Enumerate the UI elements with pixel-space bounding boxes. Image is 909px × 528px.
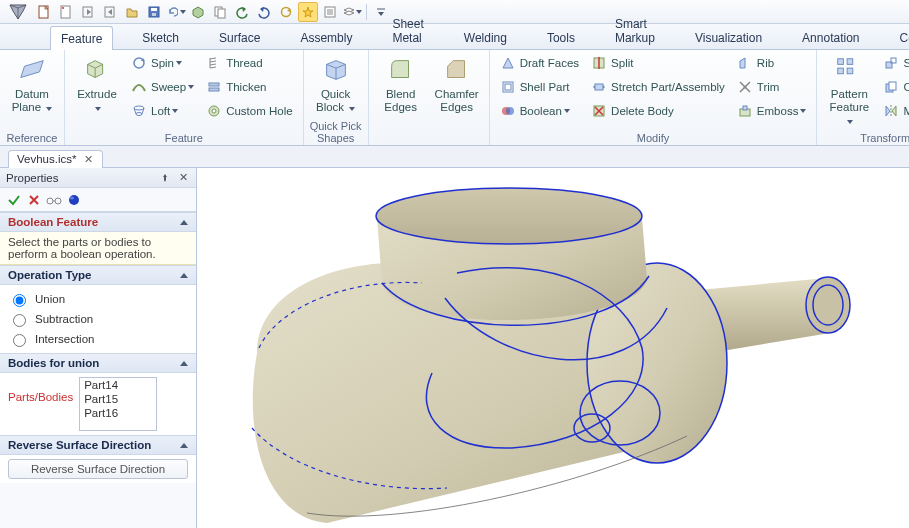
boolean-button[interactable]: Boolean bbox=[496, 100, 583, 122]
ribbon-group-edges: BlendEdgesChamferEdges bbox=[369, 50, 490, 145]
mirror-icon bbox=[883, 103, 899, 119]
pin-icon[interactable] bbox=[158, 171, 172, 185]
list-item[interactable]: Part16 bbox=[80, 406, 156, 420]
properties-panel: Properties ✕ Boolean Feature Select the … bbox=[0, 168, 197, 528]
chamfer-edges-button[interactable]: ChamferEdges bbox=[431, 52, 483, 116]
extrude-button[interactable]: Extrude bbox=[71, 52, 123, 116]
radio-union[interactable]: Union bbox=[8, 289, 188, 309]
thread-button[interactable]: Thread bbox=[202, 52, 296, 74]
sweep-button[interactable]: Sweep bbox=[127, 76, 198, 98]
tab-sheet-metal[interactable]: Sheet Metal bbox=[381, 11, 434, 49]
split-button[interactable]: Split bbox=[587, 52, 729, 74]
pattern-feature-icon bbox=[833, 54, 865, 86]
draft-faces-icon bbox=[500, 55, 516, 71]
tab-tools[interactable]: Tools bbox=[536, 25, 586, 49]
qat-import-icon[interactable] bbox=[100, 2, 120, 22]
qat-save-icon[interactable] bbox=[144, 2, 164, 22]
draft-faces-button[interactable]: Draft Faces bbox=[496, 52, 583, 74]
app-icon bbox=[4, 2, 32, 22]
qat-new2-icon[interactable] bbox=[56, 2, 76, 22]
tab-welding[interactable]: Welding bbox=[453, 25, 518, 49]
radio-input[interactable] bbox=[13, 294, 26, 307]
tab-feature[interactable]: Feature bbox=[50, 26, 113, 50]
tab-surface[interactable]: Surface bbox=[208, 25, 271, 49]
tab-assembly[interactable]: Assembly bbox=[289, 25, 363, 49]
close-panel-icon[interactable]: ✕ bbox=[176, 171, 190, 185]
qat-new-icon[interactable] bbox=[34, 2, 54, 22]
sphere-icon[interactable] bbox=[66, 192, 82, 208]
feature-name-section[interactable]: Boolean Feature bbox=[0, 212, 196, 232]
reverse-label: Reverse Surface Direction bbox=[8, 439, 151, 451]
datum-plane-icon bbox=[16, 54, 48, 86]
pattern-feature-button[interactable]: PatternFeature bbox=[823, 52, 875, 129]
svg-rect-37 bbox=[848, 59, 854, 65]
delete-body-icon bbox=[591, 103, 607, 119]
collapse-icon bbox=[180, 273, 188, 278]
reverse-surface-button[interactable]: Reverse Surface Direction bbox=[8, 459, 188, 479]
viewport-3d[interactable] bbox=[197, 168, 909, 528]
radio-subtraction[interactable]: Subtraction bbox=[8, 309, 188, 329]
document-tab-label: Vevhus.ics* bbox=[17, 153, 76, 165]
parts-bodies-list[interactable]: Part14Part15Part16 bbox=[79, 377, 157, 431]
loft-button[interactable]: Loft bbox=[127, 100, 198, 122]
collapse-icon bbox=[180, 443, 188, 448]
list-item[interactable]: Part15 bbox=[80, 392, 156, 406]
qat-redo-icon[interactable] bbox=[254, 2, 274, 22]
reverse-section[interactable]: Reverse Surface Direction bbox=[0, 435, 196, 455]
split-icon bbox=[591, 55, 607, 71]
operation-type-label: Operation Type bbox=[8, 269, 92, 281]
extrude-icon bbox=[81, 54, 113, 86]
emboss-button[interactable]: Emboss bbox=[733, 100, 811, 122]
scale-body-icon bbox=[883, 55, 899, 71]
scale-body-button[interactable]: Scale B bbox=[879, 52, 909, 74]
qat-object-icon[interactable] bbox=[188, 2, 208, 22]
qat-undo-icon[interactable] bbox=[232, 2, 252, 22]
ribbon-group-quick-pick-shapes: QuickBlock Quick Pick Shapes bbox=[304, 50, 369, 145]
custom-hole-button[interactable]: Custom Hole bbox=[202, 100, 296, 122]
ok-icon[interactable] bbox=[6, 192, 22, 208]
svg-point-49 bbox=[70, 196, 74, 199]
svg-point-17 bbox=[134, 106, 144, 110]
thicken-button[interactable]: Thicken bbox=[202, 76, 296, 98]
panel-toolbar bbox=[0, 188, 196, 212]
group-label: Reference bbox=[6, 131, 58, 144]
custom-hole-icon bbox=[206, 103, 222, 119]
document-tab[interactable]: Vevhus.ics* ✕ bbox=[8, 150, 103, 168]
svg-point-48 bbox=[69, 195, 79, 205]
copy-body-button[interactable]: Copy B bbox=[879, 76, 909, 98]
blend-edges-button[interactable]: BlendEdges bbox=[375, 52, 427, 116]
operation-type-section[interactable]: Operation Type bbox=[0, 265, 196, 285]
glasses-icon[interactable] bbox=[46, 192, 62, 208]
svg-point-2 bbox=[62, 7, 64, 9]
close-icon[interactable]: ✕ bbox=[82, 153, 94, 165]
bodies-section[interactable]: Bodies for union bbox=[0, 353, 196, 373]
quick-block-button[interactable]: QuickBlock bbox=[310, 52, 362, 116]
tab-annotation[interactable]: Annotation bbox=[791, 25, 870, 49]
qat-export-icon[interactable] bbox=[78, 2, 98, 22]
trim-button[interactable]: Trim bbox=[733, 76, 811, 98]
rib-button[interactable]: Rib bbox=[733, 52, 811, 74]
datum-plane-button[interactable]: DatumPlane bbox=[6, 52, 58, 116]
radio-input[interactable] bbox=[13, 314, 26, 327]
spin-button[interactable]: Spin bbox=[127, 52, 198, 74]
shell-part-button[interactable]: Shell Part bbox=[496, 76, 583, 98]
qat-layers-icon[interactable] bbox=[342, 2, 362, 22]
qat-copy-icon[interactable] bbox=[210, 2, 230, 22]
radio-intersection[interactable]: Intersection bbox=[8, 329, 188, 349]
ribbon: DatumPlane ReferenceExtrude SpinSweepLof… bbox=[0, 50, 909, 146]
qat-list-icon[interactable] bbox=[320, 2, 340, 22]
tab-smart-markup[interactable]: Smart Markup bbox=[604, 11, 666, 49]
qat-highlight-icon[interactable] bbox=[298, 2, 318, 22]
qat-undo-menu-icon[interactable] bbox=[166, 2, 186, 22]
tab-visualization[interactable]: Visualization bbox=[684, 25, 773, 49]
stretch-part-assembly-button[interactable]: Stretch Part/Assembly bbox=[587, 76, 729, 98]
tab-common[interactable]: Common bbox=[889, 25, 910, 49]
cancel-icon[interactable] bbox=[26, 192, 42, 208]
tab-sketch[interactable]: Sketch bbox=[131, 25, 190, 49]
mirror-button[interactable]: Mirror bbox=[879, 100, 909, 122]
qat-open-icon[interactable] bbox=[122, 2, 142, 22]
list-item[interactable]: Part14 bbox=[80, 378, 156, 392]
delete-body-button[interactable]: Delete Body bbox=[587, 100, 729, 122]
radio-input[interactable] bbox=[13, 334, 26, 347]
qat-refresh-icon[interactable] bbox=[276, 2, 296, 22]
